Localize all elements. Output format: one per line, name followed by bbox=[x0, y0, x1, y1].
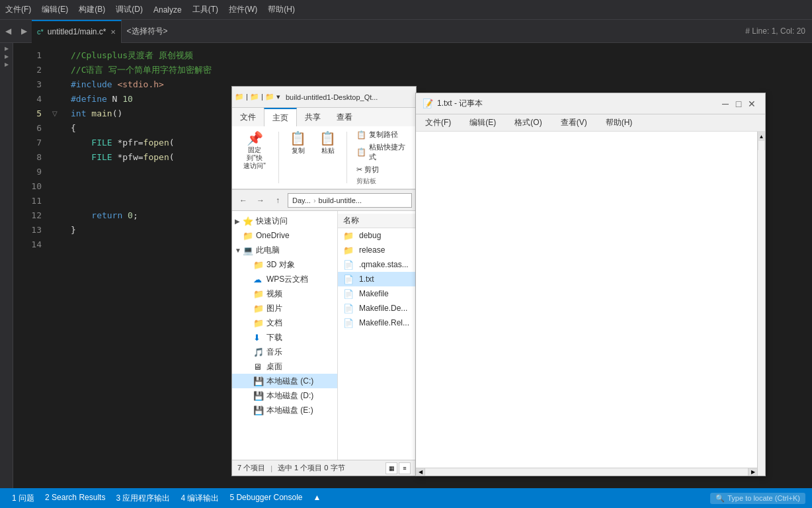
fe-file-makefile-rel[interactable]: 📄 Makefile.Rel... bbox=[338, 316, 416, 330]
code-line-3: #include <stdio.h> bbox=[71, 77, 812, 92]
menu-item-edit[interactable]: 编辑(E) bbox=[42, 4, 68, 15]
fe-file-qmake[interactable]: 📄 .qmake.stas... bbox=[338, 257, 416, 272]
fe-nav-up[interactable]: ↑ bbox=[270, 193, 285, 208]
ide-statusbar: 1 问题 2 Search Results 3 应用程序输出 4 编译输出 5 … bbox=[0, 488, 812, 508]
fe-copy-btn[interactable]: 📋 复制 bbox=[286, 129, 310, 157]
fe-tree-pics[interactable]: 📁 图片 bbox=[232, 301, 337, 316]
search-bar[interactable]: 🔍 Type to locate (Ctrl+K) bbox=[710, 493, 805, 504]
np-scrollbar-h[interactable]: ◀ ▶ bbox=[416, 468, 757, 476]
fe-tree-3d[interactable]: 📁 3D 对象 bbox=[232, 257, 337, 272]
fe-file-release[interactable]: 📁 release bbox=[338, 243, 416, 257]
np-menu-format[interactable]: 格式(O) bbox=[510, 116, 546, 130]
fe-tree-docs[interactable]: 📁 文档 bbox=[232, 316, 337, 330]
np-menu-file[interactable]: 文件(F) bbox=[421, 116, 455, 130]
fe-tree-quick-access[interactable]: ▶ ⭐ 快速访问 bbox=[232, 214, 337, 228]
status-tab-1[interactable]: 1 问题 bbox=[7, 493, 40, 504]
fold-5[interactable]: ▽ bbox=[50, 106, 60, 121]
sidebar-icon-1: ▶ bbox=[5, 46, 9, 52]
fe-tree-video[interactable]: 📁 视频 bbox=[232, 286, 337, 301]
np-scroll-up[interactable]: ▲ bbox=[758, 132, 765, 141]
tab-close-main[interactable]: ✕ bbox=[110, 28, 116, 36]
np-menu-edit[interactable]: 编辑(E) bbox=[466, 116, 500, 130]
fe-tree-music[interactable]: 🎵 音乐 bbox=[232, 345, 337, 359]
menu-item-debug[interactable]: 调试(D) bbox=[116, 4, 143, 15]
tab-nav-back[interactable]: ◀ bbox=[0, 20, 16, 43]
fe-pin-btn[interactable]: 📌 固定到"快速访问" bbox=[237, 129, 272, 171]
fe-sep-2 bbox=[346, 132, 347, 183]
fe-tree-disk-d[interactable]: 💾 本地磁盘 (D:) bbox=[232, 388, 337, 403]
fe-file-debug[interactable]: 📁 debug bbox=[338, 228, 416, 243]
fe-nav-path[interactable]: Day... › build-untitle... bbox=[288, 193, 412, 208]
ide-tabbar: ◀ ▶ c* untitled1/main.c* ✕ <选择符号> # Line… bbox=[0, 20, 812, 43]
menu-item-build[interactable]: 构建(B) bbox=[79, 4, 105, 15]
tab-main-c[interactable]: c* untitled1/main.c* ✕ bbox=[32, 20, 122, 43]
status-tab-4[interactable]: 4 编译输出 bbox=[175, 493, 224, 504]
fe-tree-disk-e[interactable]: 💾 本地磁盘 (E:) bbox=[232, 403, 337, 417]
np-scroll-left[interactable]: ◀ bbox=[416, 468, 425, 476]
fe-nav-forward[interactable]: → bbox=[253, 193, 268, 208]
ide-menubar: 文件(F) 编辑(E) 构建(B) 调试(D) Analyze 工具(T) 控件… bbox=[0, 0, 812, 20]
fe-tab-home[interactable]: 主页 bbox=[264, 108, 297, 126]
tab-main-c-icon: c* bbox=[37, 28, 44, 36]
fe-tree-downloads[interactable]: ⬇ 下载 bbox=[232, 330, 337, 345]
np-scroll-right[interactable]: ▶ bbox=[748, 468, 757, 476]
fe-file-icon-qmake: 📄 bbox=[343, 260, 355, 270]
line-num-8: 8 bbox=[13, 150, 50, 165]
line-num-3: 3 bbox=[13, 77, 50, 92]
file-explorer-window: 📁 | 📁 | 📁 ▾ build-untitled1-Desktop_Qt..… bbox=[231, 86, 417, 476]
fe-tree-label-vid: 视频 bbox=[266, 288, 282, 300]
fe-tree-onedrive[interactable]: 📁 OneDrive bbox=[232, 228, 337, 243]
np-menu-view[interactable]: 查看(V) bbox=[557, 116, 591, 130]
status-tab-2[interactable]: 2 Search Results bbox=[40, 493, 110, 504]
fe-tab-view[interactable]: 查看 bbox=[329, 108, 360, 126]
np-minimize-btn[interactable]: ─ bbox=[719, 97, 732, 110]
fe-cut-btn[interactable]: ✂ 剪切 bbox=[354, 164, 411, 175]
fe-tab-file[interactable]: 文件 bbox=[232, 108, 264, 126]
menu-item-file[interactable]: 文件(F) bbox=[5, 4, 31, 15]
fe-tree-desktop[interactable]: 🖥 桌面 bbox=[232, 359, 337, 374]
np-textarea[interactable] bbox=[419, 134, 762, 473]
fe-tree-icon-dl: ⬇ bbox=[253, 333, 264, 343]
fe-ribbon: 文件 主页 共享 查看 📌 固定到"快速访问" 📋 复制 bbox=[232, 108, 416, 190]
menu-item-analyze[interactable]: Analyze bbox=[153, 5, 182, 15]
fe-tree-disk-c[interactable]: 💾 本地磁盘 (C:) bbox=[232, 374, 337, 388]
fe-nav-back[interactable]: ← bbox=[236, 193, 251, 208]
fe-file-makefile[interactable]: 📄 Makefile bbox=[338, 286, 416, 301]
fe-path-sep: › bbox=[313, 196, 316, 204]
tab-nav-forward[interactable]: ▶ bbox=[16, 20, 32, 43]
fold-1 bbox=[50, 48, 60, 63]
fe-view-btn-list[interactable]: ≡ bbox=[399, 462, 411, 474]
fe-tree-label-doc: 文档 bbox=[266, 318, 282, 329]
fe-file-1txt[interactable]: 📄 1.txt bbox=[338, 272, 416, 286]
fold-3 bbox=[50, 77, 60, 92]
menu-item-tools[interactable]: 工具(T) bbox=[192, 4, 218, 15]
fe-tree-wps[interactable]: ☁ WPS云文档 bbox=[232, 272, 337, 286]
line-num-10: 10 bbox=[13, 179, 50, 194]
np-close-btn[interactable]: ✕ bbox=[745, 97, 758, 110]
fe-path-text: build-untitled1-Desktop_Qt... bbox=[286, 93, 378, 101]
status-tab-3[interactable]: 3 应用程序输出 bbox=[110, 493, 175, 504]
fold-column: ▽ bbox=[50, 43, 60, 488]
tab-symbol[interactable]: <选择符号> bbox=[122, 26, 173, 37]
np-menu-help[interactable]: 帮助(H) bbox=[602, 116, 637, 130]
np-maximize-btn[interactable]: □ bbox=[732, 97, 745, 110]
fe-paste-btn[interactable]: 📋 粘贴 bbox=[315, 129, 340, 157]
np-menubar: 文件(F) 编辑(E) 格式(O) 查看(V) 帮助(H) bbox=[416, 114, 765, 132]
np-scrollbar-v[interactable]: ▲ ▼ bbox=[757, 132, 765, 476]
fe-tree-thispc[interactable]: ▼ 💻 此电脑 bbox=[232, 243, 337, 257]
ide-sidebar: ▶ ▶ ▶ bbox=[0, 43, 13, 488]
fe-tree-icon-doc: 📁 bbox=[253, 318, 264, 328]
menu-item-controls[interactable]: 控件(W) bbox=[229, 4, 257, 15]
notepad-window: 📝 1.txt - 记事本 ─ □ ✕ 文件(F) 编辑(E) 格式(O) 查看… bbox=[415, 93, 766, 476]
fe-copy-path-btn[interactable]: 📋 复制路径 bbox=[354, 129, 411, 140]
status-tab-arrow[interactable]: ▲ bbox=[308, 493, 327, 504]
fe-file-makefile-de[interactable]: 📄 Makefile.De... bbox=[338, 301, 416, 316]
fe-tab-share[interactable]: 共享 bbox=[297, 108, 329, 126]
fe-col-name: 名称 bbox=[343, 215, 359, 226]
fe-paste-shortcut-btn[interactable]: 📋 粘贴快捷方式 bbox=[354, 142, 411, 163]
line-numbers: 1 2 3 4 5 6 7 8 9 10 11 12 13 14 bbox=[13, 43, 50, 488]
status-tab-5[interactable]: 5 Debugger Console bbox=[224, 493, 307, 504]
line-num-5: 5 bbox=[13, 106, 50, 121]
menu-item-help[interactable]: 帮助(H) bbox=[268, 4, 295, 15]
fe-view-btn-grid[interactable]: ▦ bbox=[386, 462, 397, 474]
